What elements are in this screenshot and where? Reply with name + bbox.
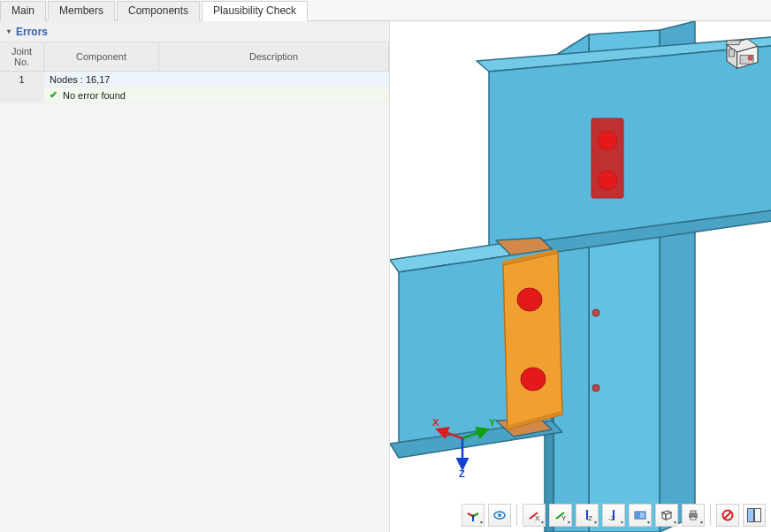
svg-text:Y: Y [561,514,567,522]
tab-bar: Main Members Components Plausibility Che… [0,0,771,21]
shade-mode-icon[interactable]: ▾ [629,504,652,527]
tab-members[interactable]: Members [48,1,115,21]
cell-nodes: Nodes : 16,17 [44,72,389,87]
svg-marker-50 [666,513,671,520]
svg-point-20 [592,309,599,316]
tab-main[interactable]: Main [0,1,46,21]
svg-marker-15 [503,253,562,429]
table-row[interactable]: 1 Nodes : 16,17 [0,72,389,87]
errors-table: JointNo. Component Description 1 Nodes :… [0,42,389,103]
cell-joint-no [0,87,44,103]
panel-header[interactable]: ▾ Errors [0,21,389,42]
clear-style-icon[interactable] [716,504,739,527]
svg-rect-52 [691,511,696,513]
cell-status-text: No error found [63,90,126,101]
axis-z-icon[interactable]: Z▾ [576,504,599,527]
cell-status: ✔ No error found [44,87,389,103]
panel-title: Errors [16,26,48,38]
svg-point-9 [598,171,617,190]
svg-rect-47 [635,512,640,519]
orientation-cube[interactable] [718,30,762,74]
cell-joint-no: 1 [0,72,44,87]
svg-point-37 [498,513,501,517]
view-orientation-icon[interactable]: ▾ [462,504,485,527]
tab-plausibility-check[interactable]: Plausibility Check [202,1,308,21]
svg-text:X: X [535,514,540,522]
svg-point-21 [592,384,599,391]
3d-viewport[interactable]: X Y Z ▾ X▾ Y▾ [389,21,771,532]
svg-rect-25 [729,49,735,57]
toggle-panel-icon[interactable] [743,504,766,527]
axis-x-icon[interactable]: X▾ [523,504,546,527]
axis-y-icon[interactable]: Y▾ [549,504,572,527]
svg-point-19 [521,368,546,391]
print-icon[interactable]: ▾ [682,504,705,527]
col-header-joint: JointNo. [0,42,44,71]
svg-rect-27 [726,41,741,45]
eye-icon[interactable] [488,504,511,527]
axis-neg-z-icon[interactable]: -Z▾ [602,504,625,527]
svg-rect-53 [691,517,696,520]
svg-text:-Z: -Z [608,514,615,522]
joint-render [390,21,771,532]
wire-cube-icon[interactable]: ▾ [655,504,678,527]
tab-components[interactable]: Components [117,1,200,21]
col-header-component: Component [44,42,159,71]
chevron-down-icon: ▾ [7,27,11,35]
svg-text:Z: Z [588,514,592,522]
results-panel: ▾ Errors JointNo. Component Description … [0,21,389,532]
viewport-toolbar: ▾ X▾ Y▾ Z▾ -Z▾ ▾ ▾ [462,504,766,527]
table-row[interactable]: ✔ No error found [0,87,389,103]
svg-point-8 [598,131,617,150]
svg-line-55 [724,512,731,519]
col-header-description: Description [159,42,389,71]
svg-point-28 [748,56,752,60]
svg-point-35 [472,515,475,518]
check-icon: ✔ [50,89,57,101]
svg-point-18 [517,288,542,311]
